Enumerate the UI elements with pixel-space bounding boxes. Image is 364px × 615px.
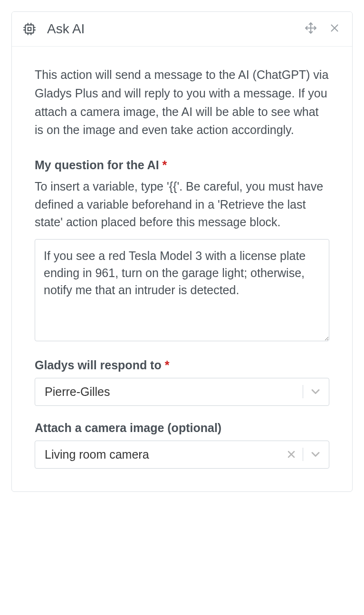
card-body: This action will send a message to the A… <box>12 47 352 491</box>
select-separator <box>303 448 303 461</box>
question-help: To insert a variable, type '{{'. Be care… <box>35 178 329 231</box>
svg-rect-0 <box>25 25 33 33</box>
svg-rect-1 <box>28 28 31 31</box>
card-title: Ask AI <box>47 21 305 37</box>
required-marker: * <box>163 158 167 172</box>
close-icon[interactable] <box>328 22 341 36</box>
respond-to-value: Pierre-Gilles <box>45 385 297 399</box>
ask-ai-action-card: Ask AI This action will sen <box>11 11 353 492</box>
question-label-text: My question for the AI <box>35 158 159 172</box>
chevron-down-icon <box>309 448 322 461</box>
question-textarea[interactable] <box>35 239 329 341</box>
card-header: Ask AI <box>12 12 352 47</box>
respond-to-label-text: Gladys will respond to <box>35 358 162 372</box>
respond-to-group: Gladys will respond to * Pierre-Gilles <box>35 358 329 406</box>
clear-icon[interactable] <box>286 449 297 460</box>
cpu-icon <box>23 23 36 35</box>
camera-label: Attach a camera image (optional) <box>35 421 329 435</box>
camera-value: Living room camera <box>45 448 286 461</box>
header-actions <box>305 22 341 36</box>
camera-group: Attach a camera image (optional) Living … <box>35 421 329 469</box>
required-marker: * <box>165 358 170 372</box>
move-icon[interactable] <box>305 22 317 36</box>
respond-to-label: Gladys will respond to * <box>35 358 329 372</box>
question-group: My question for the AI * To insert a var… <box>35 158 329 343</box>
select-separator <box>303 385 303 398</box>
question-label: My question for the AI * <box>35 158 329 172</box>
respond-to-select[interactable]: Pierre-Gilles <box>35 378 329 406</box>
camera-select[interactable]: Living room camera <box>35 441 329 469</box>
action-description: This action will send a message to the A… <box>35 66 329 139</box>
chevron-down-icon <box>309 385 322 398</box>
